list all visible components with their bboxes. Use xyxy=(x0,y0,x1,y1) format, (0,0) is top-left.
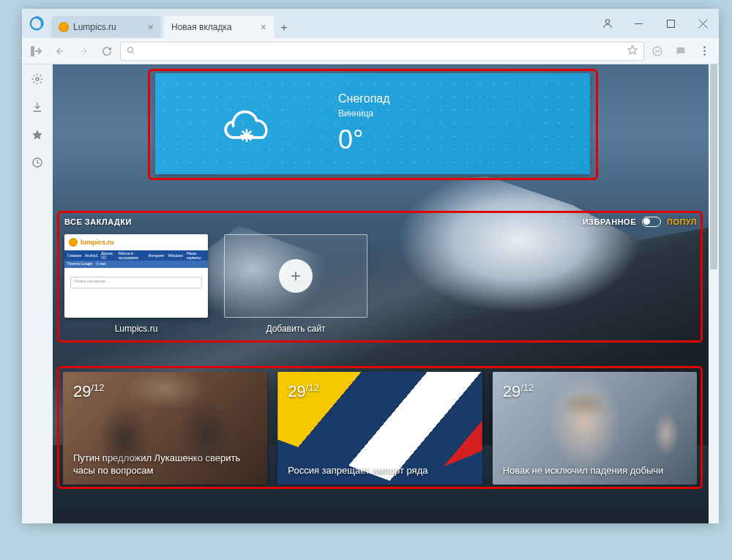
lumpics-title: lumpics.ru xyxy=(81,239,114,246)
bookmark-tile-lumpics[interactable]: lumpics.ru ГлавнаяAndroidДругое ОСРабота… xyxy=(64,234,208,334)
scrollbar[interactable] xyxy=(709,64,719,523)
svg-rect-6 xyxy=(31,46,34,56)
lumpics-nav: ГлавнаяAndroidДругое ОСРабота в программ… xyxy=(64,250,208,261)
back-button[interactable] xyxy=(50,41,70,61)
bookmark-label: Добавить сайт xyxy=(224,324,367,334)
lumpics-subnav: Плитка GoogleО нас xyxy=(64,261,208,268)
browser-window: Lumpics.ru × Новая вкладка × + xyxy=(22,9,719,523)
news-card[interactable]: 29/12 Новак не исключил падения добычи xyxy=(493,372,697,485)
tab-label: Новая вкладка xyxy=(171,22,232,32)
chat-icon[interactable] xyxy=(671,41,691,61)
news-date: 29/12 xyxy=(73,382,105,401)
history-icon[interactable] xyxy=(31,157,43,171)
new-tab-content: Снегопад Винница 0° ВСЕ ЗАКЛАДКИ ИЗБРАНН… xyxy=(53,64,719,523)
news-title: Россия запрещает импорт ряда xyxy=(288,465,474,477)
svg-marker-13 xyxy=(32,130,42,139)
add-site-thumb: + xyxy=(224,234,367,318)
weather-widget[interactable]: Снегопад Винница 0° xyxy=(155,73,590,174)
weather-condition: Снегопад xyxy=(338,92,390,105)
svg-marker-10 xyxy=(628,45,637,54)
news-section: 29/12 Путин предложил Лукашенко сверить … xyxy=(63,372,697,485)
close-button[interactable] xyxy=(687,9,719,38)
bookmark-star-icon[interactable] xyxy=(627,45,638,58)
svg-line-9 xyxy=(132,51,135,53)
search-icon xyxy=(127,45,135,58)
tab-strip: Lumpics.ru × Новая вкладка × + xyxy=(51,9,593,38)
svg-point-8 xyxy=(128,47,133,52)
bookmarks-section: ВСЕ ЗАКЛАДКИ ИЗБРАННОЕ ПОПУЛ l xyxy=(64,217,697,334)
tab-close-icon[interactable]: × xyxy=(261,21,266,33)
bookmark-thumbnail: lumpics.ru ГлавнаяAndroidДругое ОСРабота… xyxy=(64,234,208,318)
tab-lumpics[interactable]: Lumpics.ru × xyxy=(51,16,161,38)
browser-logo-icon xyxy=(22,15,51,31)
svg-point-1 xyxy=(605,20,609,23)
side-panel xyxy=(22,64,53,523)
news-card[interactable]: 29/12 Путин предложил Лукашенко сверить … xyxy=(63,372,267,485)
weather-snow-icon xyxy=(155,91,338,157)
gear-icon[interactable] xyxy=(31,73,43,88)
lumpics-logo-icon xyxy=(69,238,78,247)
scrollbar-thumb[interactable] xyxy=(710,64,717,269)
all-bookmarks-label[interactable]: ВСЕ ЗАКЛАДКИ xyxy=(64,217,132,226)
body-area: Снегопад Винница 0° ВСЕ ЗАКЛАДКИ ИЗБРАНН… xyxy=(22,64,719,523)
bookmark-label: Lumpics.ru xyxy=(64,324,208,334)
bookmark-tiles: lumpics.ru ГлавнаяAndroidДругое ОСРабота… xyxy=(64,234,697,334)
download-icon[interactable] xyxy=(31,101,43,116)
favicon-icon xyxy=(59,22,69,32)
toggle-switch[interactable] xyxy=(642,217,661,227)
lumpics-search: Поиск решения... xyxy=(70,277,202,288)
weather-temperature: 0° xyxy=(338,124,390,155)
bookmarks-header: ВСЕ ЗАКЛАДКИ ИЗБРАННОЕ ПОПУЛ xyxy=(64,217,697,227)
news-title: Путин предложил Лукашенко сверить часы п… xyxy=(73,452,260,477)
bookmark-tile-add[interactable]: + Добавить сайт xyxy=(224,234,367,334)
weather-info: Снегопад Винница 0° xyxy=(338,92,390,155)
window-controls xyxy=(593,9,719,38)
star-icon[interactable] xyxy=(31,129,43,143)
news-date: 29/12 xyxy=(288,382,319,401)
news-card[interactable]: 29/12 Россия запрещает импорт ряда xyxy=(277,372,482,485)
titlebar: Lumpics.ru × Новая вкладка × + xyxy=(22,9,719,38)
forward-button[interactable] xyxy=(73,41,94,61)
weather-city: Винница xyxy=(338,108,390,119)
tab-close-icon[interactable]: × xyxy=(148,21,154,33)
news-month: /12 xyxy=(520,382,534,393)
url-input[interactable] xyxy=(140,46,623,56)
popular-label[interactable]: ПОПУЛ xyxy=(667,217,697,226)
favourites-label[interactable]: ИЗБРАННОЕ xyxy=(583,217,636,226)
news-date: 29/12 xyxy=(503,382,534,401)
news-month: /12 xyxy=(306,382,319,393)
sidebar-toggle-icon[interactable] xyxy=(26,41,47,61)
news-month: /12 xyxy=(91,382,104,393)
tab-newtab[interactable]: Новая вкладка × xyxy=(164,16,274,38)
svg-point-12 xyxy=(36,78,39,81)
minimize-button[interactable] xyxy=(622,9,654,38)
toolbar xyxy=(22,38,719,64)
account-icon[interactable] xyxy=(593,9,622,38)
svg-rect-3 xyxy=(667,20,674,27)
extensions-icon[interactable] xyxy=(647,41,668,61)
maximize-button[interactable] xyxy=(654,9,687,38)
news-title: Новак не исключил падения добычи xyxy=(503,465,690,477)
menu-button[interactable] xyxy=(694,41,714,61)
new-tab-button[interactable]: + xyxy=(274,18,294,38)
plus-icon: + xyxy=(279,259,313,293)
address-bar[interactable] xyxy=(120,42,644,61)
tab-label: Lumpics.ru xyxy=(73,22,116,32)
reload-button[interactable] xyxy=(97,41,117,61)
